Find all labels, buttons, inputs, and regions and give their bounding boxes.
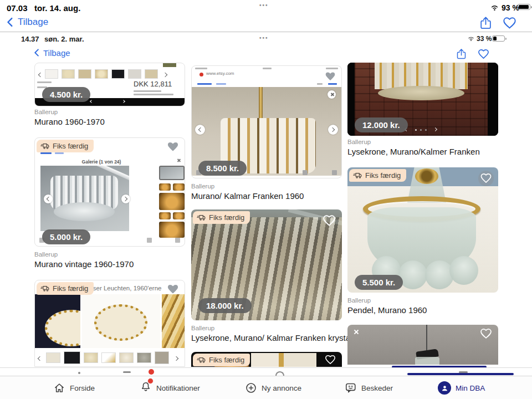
thumbnail — [159, 166, 185, 180]
thumbnail — [163, 63, 176, 67]
chevron-left-icon — [4, 16, 17, 28]
outer-back-button[interactable]: Tilbage — [4, 16, 48, 28]
outer-back-label: Tilbage — [18, 17, 48, 28]
carousel-next-icon — [174, 356, 178, 361]
listing-location: Ballerup — [191, 183, 214, 190]
listing-card[interactable]: Fiks færdig — [347, 167, 498, 293]
heart-icon[interactable] — [166, 283, 180, 296]
listing-location: Ballerup — [34, 251, 58, 258]
outer-status-date: tor. 14. aug. — [34, 3, 80, 13]
listing-card[interactable]: l / Kaiser Leuchten, 1960'erne Fiks færd… — [34, 280, 185, 367]
thumbnail — [137, 352, 151, 363]
divider — [0, 32, 532, 32]
heart-icon[interactable] — [324, 354, 336, 365]
heart-icon[interactable] — [322, 214, 336, 227]
record-dot-icon — [200, 73, 203, 76]
carousel-prev — [44, 195, 53, 203]
url-text: www.etsy.com — [206, 71, 234, 76]
home-icon — [53, 382, 65, 394]
listing-title: Murano/ Kalmar Franken 1960 — [191, 191, 304, 201]
plus-circle-icon — [245, 382, 257, 394]
price-badge: 12.000 kr. — [355, 117, 408, 132]
thumbnail — [95, 69, 108, 79]
truck-icon — [197, 356, 206, 364]
thumbnail — [101, 352, 116, 363]
detail-price: DKK 12,811 — [134, 80, 172, 88]
carousel-next-icon — [122, 100, 125, 103]
chevron-left-icon — [32, 48, 42, 58]
carousel-next — [328, 125, 338, 135]
carousel-prev-icon — [38, 356, 42, 361]
listing-title: Lysekrone, Murano/ Kalmar Franken krysta… — [191, 333, 352, 342]
share-button[interactable] — [479, 16, 493, 30]
inner-back-label: Tilbage — [43, 48, 70, 58]
toolbar-fragment — [147, 238, 152, 243]
listing-location: Ballerup — [347, 139, 371, 145]
thumbnail — [173, 212, 185, 219]
toolbar-fragment — [332, 170, 337, 175]
thumbnail — [128, 69, 141, 79]
price-badge: 5.500 kr. — [355, 275, 403, 290]
wifi-icon — [467, 35, 475, 42]
listing-title: Murano 1960-1970 — [34, 117, 105, 126]
fiks-faerdig-badge: Fiks færdig — [193, 211, 250, 224]
inner-status-dots: ••• — [259, 35, 269, 41]
carousel-next — [121, 195, 130, 203]
tab-notifikationer[interactable]: Notifikationer — [140, 376, 200, 399]
heart-icon[interactable] — [166, 140, 180, 154]
listing-card[interactable] — [347, 325, 498, 365]
thumbnail — [62, 69, 75, 79]
listing-title: Pendel, Murano 1960 — [347, 305, 427, 315]
tab-bar: Forside Notifikationer Ny annonce Besked… — [0, 376, 532, 399]
truck-icon — [40, 285, 50, 292]
carousel-next-icon — [163, 73, 167, 77]
inner-battery-percent: 33 % — [477, 35, 492, 43]
battery-icon — [492, 35, 505, 42]
carousel-prev-icon — [90, 100, 93, 103]
listing-photo — [162, 294, 185, 348]
thumbnail — [78, 69, 91, 79]
price-badge: 18.000 kr. — [198, 298, 252, 313]
heart-icon[interactable] — [324, 70, 337, 83]
carousel-prev — [195, 125, 205, 135]
inner-back-button[interactable]: Tilbage — [32, 48, 70, 58]
thumbnail — [159, 212, 171, 219]
close-icon[interactable] — [353, 329, 359, 335]
listing-title: Lysekrone, Murano/Kalmer Franken — [347, 147, 480, 156]
thumbnail — [145, 69, 158, 79]
tab-min-dba[interactable]: Min DBA — [438, 376, 485, 399]
listing-card[interactable]: Fiks færdig — [191, 352, 342, 367]
thumbnail — [155, 351, 169, 364]
listing-photo — [82, 294, 160, 348]
divider — [0, 367, 532, 368]
listing-title: Murano vintage 1960-1970 — [34, 259, 134, 269]
text-fragment — [37, 81, 52, 83]
carousel-prev-icon — [38, 73, 43, 77]
share-icon[interactable] — [456, 48, 467, 60]
outer-battery-percent: 93 % — [502, 3, 519, 12]
heart-icon[interactable] — [479, 328, 493, 340]
listing-photo — [40, 166, 129, 231]
tab-forside[interactable]: Forside — [53, 376, 95, 399]
price-badge: 4.500 kr. — [42, 87, 90, 102]
heart-icon[interactable] — [480, 172, 492, 184]
fiks-faerdig-badge: Fiks færdig — [37, 140, 94, 152]
truck-icon — [40, 142, 50, 150]
icon-fragment — [123, 371, 131, 373]
thumbnail — [45, 69, 58, 79]
heart-icon[interactable] — [477, 48, 490, 60]
chat-bubble-icon — [345, 382, 357, 394]
thumbnail — [159, 222, 185, 238]
thumbnail — [119, 352, 134, 363]
favorite-button[interactable] — [502, 16, 517, 30]
tab-beskeder[interactable]: Beskeder — [345, 376, 393, 399]
battery-icon — [518, 4, 530, 10]
outer-status-dots: ••• — [259, 2, 269, 8]
tab-ny-annonce[interactable]: Ny annonce — [245, 376, 301, 399]
thumbnail — [159, 193, 185, 210]
browser-url-bar: www.etsy.com — [192, 70, 342, 79]
notification-badge — [147, 378, 154, 384]
listing-photo — [35, 294, 80, 348]
price-badge: 5.000 kr. — [42, 229, 90, 244]
thumbnail — [111, 69, 125, 79]
